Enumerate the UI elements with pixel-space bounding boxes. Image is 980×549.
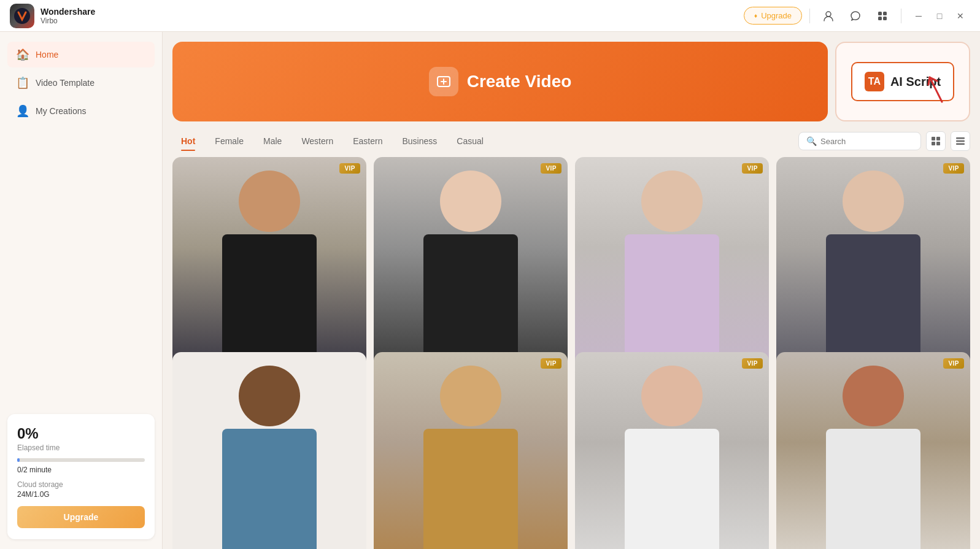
svg-rect-10	[936, 137, 940, 140]
minimize-button[interactable]: ─	[909, 6, 928, 26]
tab-female[interactable]: Female	[206, 132, 252, 150]
person-head	[440, 366, 501, 427]
person-head	[641, 171, 703, 232]
grid-icon	[931, 136, 941, 146]
svg-rect-3	[883, 12, 887, 15]
avatar-person	[805, 352, 941, 550]
svg-rect-9	[932, 137, 935, 140]
person-head	[843, 171, 904, 232]
tabs-row: HotFemaleMaleWesternEasternBusinessCasua…	[163, 129, 980, 157]
my-creations-icon: 👤	[16, 104, 29, 118]
usage-percent: 0%	[17, 425, 145, 442]
progress-bar-wrapper	[17, 458, 145, 462]
person-body	[625, 429, 720, 549]
user-icon-button[interactable]	[817, 5, 839, 27]
avatar-grid: VIP Yaowen - Finance VIP Sofia - Staff V…	[163, 157, 980, 549]
svg-rect-4	[878, 17, 882, 20]
avatar-card-male4[interactable]: VIP	[776, 352, 970, 550]
progress-bar-fill	[17, 458, 20, 462]
svg-rect-15	[956, 144, 965, 145]
video-template-icon: 📋	[16, 76, 29, 90]
logo-icon	[10, 4, 34, 28]
sidebar-stats-card: 0% Elapsed time 0/2 minute Cloud storage…	[7, 414, 155, 539]
elapsed-label: Elapsed time	[17, 443, 145, 452]
svg-rect-14	[956, 140, 965, 142]
tab-western[interactable]: Western	[293, 132, 342, 150]
tab-eastern[interactable]: Eastern	[344, 132, 391, 150]
avatar-figure	[575, 352, 769, 550]
window-controls: ─ □ ✕	[909, 6, 970, 26]
ai-script-panel: TA AI Script	[835, 42, 970, 121]
tab-hot[interactable]: Hot	[172, 132, 204, 150]
sidebar-item-video-template[interactable]: 📋 Video Template	[7, 70, 155, 96]
tab-male[interactable]: Male	[255, 132, 290, 150]
sidebar-nav: 🏠 Home 📋 Video Template 👤 My Creations	[7, 42, 155, 414]
svg-point-1	[826, 12, 831, 17]
avatar-figure	[776, 352, 970, 550]
content-area: Create Video TA AI Script Ho	[163, 32, 980, 549]
titlebar-actions: Upgrade ─ □ ✕	[744, 5, 970, 27]
avatar-figure	[172, 352, 366, 550]
app-subname: Virbo	[41, 17, 95, 25]
sidebar-item-label-home: Home	[36, 50, 58, 60]
maximize-button[interactable]: □	[930, 6, 949, 26]
svg-rect-13	[956, 137, 965, 139]
arrow-annotation	[905, 71, 954, 110]
avatar-person	[403, 352, 538, 550]
apps-icon	[877, 10, 888, 21]
sidebar-upgrade-button[interactable]: Upgrade	[17, 506, 145, 528]
main-layout: 🏠 Home 📋 Video Template 👤 My Creations 0…	[0, 32, 980, 549]
search-icon: 🔍	[806, 136, 817, 146]
chat-icon	[850, 10, 861, 21]
person-body	[222, 429, 317, 549]
create-video-button[interactable]: Create Video	[172, 42, 828, 121]
person-head	[641, 366, 703, 427]
logo-text: Wondershare Virbo	[41, 7, 95, 25]
person-head	[440, 171, 501, 232]
titlebar: Wondershare Virbo Upgrade	[0, 0, 980, 32]
avatar-figure	[374, 352, 568, 550]
usage-time: 0/2 minute	[17, 466, 145, 474]
search-input[interactable]	[820, 137, 913, 146]
svg-rect-11	[932, 142, 935, 145]
tab-casual[interactable]: Casual	[448, 132, 492, 150]
user-icon	[823, 10, 834, 21]
avatar-card-male3[interactable]: VIP	[374, 352, 568, 550]
grid-view-button[interactable]	[926, 131, 946, 151]
person-body	[423, 429, 519, 549]
search-area: 🔍	[798, 131, 970, 151]
ai-script-icon: TA	[865, 72, 884, 91]
storage-value: 24M/1.0G	[17, 490, 145, 499]
list-view-button[interactable]	[951, 131, 970, 151]
separator2	[901, 9, 901, 23]
search-box: 🔍	[798, 132, 921, 150]
svg-rect-12	[936, 142, 940, 145]
app-logo: Wondershare Virbo	[10, 4, 744, 28]
sidebar-item-label-video-template: Video Template	[36, 78, 95, 88]
list-icon	[955, 136, 965, 146]
home-icon: 🏠	[16, 48, 29, 61]
sidebar-item-home[interactable]: 🏠 Home	[7, 42, 155, 67]
person-head	[239, 366, 300, 427]
tab-business[interactable]: Business	[394, 132, 446, 150]
app-name: Wondershare	[41, 7, 95, 17]
person-head	[239, 171, 300, 232]
sidebar-item-label-my-creations: My Creations	[36, 106, 86, 116]
sidebar: 🏠 Home 📋 Video Template 👤 My Creations 0…	[0, 32, 163, 549]
avatar-card-male2[interactable]	[172, 352, 366, 550]
close-button[interactable]: ✕	[951, 6, 970, 26]
upgrade-button[interactable]: Upgrade	[744, 7, 802, 25]
create-video-label: Create Video	[467, 72, 572, 91]
apps-icon-button[interactable]	[871, 5, 893, 27]
avatar-card-female2[interactable]: VIP	[575, 352, 769, 550]
sidebar-item-my-creations[interactable]: 👤 My Creations	[7, 98, 155, 124]
storage-label: Cloud storage	[17, 480, 145, 489]
person-body	[826, 429, 921, 549]
svg-rect-5	[883, 17, 887, 20]
create-video-icon	[429, 67, 458, 96]
chat-icon-button[interactable]	[844, 5, 866, 27]
svg-rect-2	[878, 12, 882, 15]
avatar-person	[201, 352, 337, 550]
tabs-list: HotFemaleMaleWesternEasternBusinessCasua…	[172, 132, 798, 150]
top-section: Create Video TA AI Script	[163, 32, 980, 129]
